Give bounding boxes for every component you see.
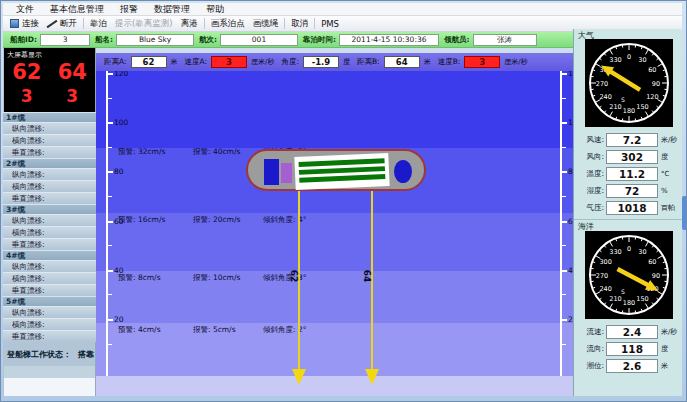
- svg-text:60: 60: [648, 258, 656, 266]
- info-field-value[interactable]: 2011-4-15 10:30:36: [339, 34, 439, 46]
- measure-line-b-label: 64: [362, 270, 372, 283]
- ruler-minor-tick: [108, 147, 112, 148]
- window-frame-accent: [682, 196, 687, 230]
- ruler-tick: [108, 171, 113, 173]
- weather-row-2: 温度:11.2°C: [574, 165, 682, 182]
- berthing-monitor-area: 距离A:62米速度A:3厘米/秒角度:-1.9度距离B:64米速度B:3厘米/秒…: [96, 48, 573, 396]
- info-field-label: 船舶ID:: [10, 35, 37, 45]
- toolbar-button-label: 取消: [291, 18, 308, 30]
- wind-direction-gauge: 0306090120150180210240270300330S: [585, 39, 673, 127]
- display-speed-b: 3: [66, 85, 78, 107]
- cable-row-3-2: 垂直漂移:: [3, 284, 96, 296]
- weather-unit-3: %: [661, 187, 668, 195]
- cable-row-4-1: 横向漂移:: [3, 318, 96, 330]
- ocean-row-0: 流速:2.4米/秒: [574, 323, 682, 340]
- menu-item-0[interactable]: 文件: [8, 3, 42, 15]
- menu-item-2[interactable]: 报警: [112, 3, 146, 15]
- measure-label-4: 速度B:: [438, 57, 461, 67]
- info-field-value[interactable]: 001: [220, 34, 298, 46]
- menu-bar: 文件基本信息管理报警数据管理帮助: [3, 3, 682, 16]
- toolbar-button-0[interactable]: 连接: [6, 17, 43, 31]
- ruler-minor-tick: [108, 196, 112, 197]
- cable-list: 1#缆纵向漂移:横向漂移:垂直漂移:2#缆纵向漂移:横向漂移:垂直漂移:3#缆纵…: [3, 112, 96, 342]
- ocean-label-2: 潮位:: [574, 361, 604, 371]
- toolbar-button-6[interactable]: 画缆绳: [249, 17, 283, 31]
- info-field-value[interactable]: 张涛: [473, 34, 537, 46]
- svg-text:270: 270: [596, 272, 608, 280]
- ocean-value-2: 2.6: [606, 359, 658, 373]
- svg-text:330: 330: [609, 56, 621, 64]
- menu-item-4[interactable]: 帮助: [198, 3, 232, 15]
- weather-unit-2: °C: [661, 170, 669, 178]
- cable-row-2-1: 横向漂移:: [3, 226, 96, 238]
- cable-group-header-4: 5#缆: [3, 296, 96, 306]
- toolbar-separator: [204, 18, 205, 29]
- toolbar-button-label: PMS: [321, 19, 339, 29]
- toolbar-button-label: 提示(靠离监测): [115, 18, 173, 30]
- cable-row-2-0: 纵向漂移:: [3, 214, 96, 226]
- weather-row-0: 风速:7.2米/秒: [574, 131, 682, 148]
- menu-item-1[interactable]: 基本信息管理: [42, 3, 112, 15]
- toolbar-separator: [284, 18, 285, 29]
- info-field-value[interactable]: 3: [40, 34, 90, 46]
- cable-group-header-0: 1#缆: [3, 112, 96, 122]
- measure-unit-1: 厘米/秒: [251, 57, 274, 67]
- cable-row-1-0: 纵向漂移:: [3, 168, 96, 180]
- weather-label-2: 温度:: [574, 169, 604, 179]
- gangway-status: 登船梯工作状态： 搭靠: [3, 344, 96, 364]
- ruler-tick: [562, 319, 567, 321]
- toolbar-button-label: 断开: [60, 18, 77, 30]
- ocean-label-0: 流速:: [574, 327, 604, 337]
- measure-label-1: 速度A:: [185, 57, 208, 67]
- measure-label-3: 距离B:: [357, 57, 380, 67]
- menu-item-3[interactable]: 数据管理: [146, 3, 198, 15]
- connect-icon: [10, 19, 19, 28]
- alarm-warn-text: 预警: 4cm/s: [118, 325, 193, 335]
- cable-row-0-2: 垂直漂移:: [3, 146, 96, 158]
- ruler-tick: [108, 319, 113, 321]
- ruler-minor-tick: [562, 196, 566, 197]
- svg-text:300: 300: [599, 258, 611, 266]
- info-field-label: 领航员:: [444, 35, 470, 45]
- cable-row-4-2: 垂直漂移:: [3, 330, 96, 342]
- weather-value-0: 7.2: [606, 133, 658, 147]
- measurement-bar: 距离A:62米速度A:3厘米/秒角度:-1.9度距离B:64米速度B:3厘米/秒: [96, 53, 573, 71]
- measure-value-3: 64: [384, 56, 420, 68]
- cable-row-4-0: 纵向漂移:: [3, 306, 96, 318]
- environment-panel: 大气 0306090120150180210240270300330S 风速:7…: [573, 29, 682, 396]
- svg-text:S: S: [621, 288, 625, 295]
- toolbar-button-label: 画系泊点: [211, 18, 245, 30]
- toolbar-button-5[interactable]: 画系泊点: [207, 17, 249, 31]
- info-field-2: 航次:001: [199, 34, 298, 46]
- ruler-tick: [562, 73, 567, 75]
- display-speed-a: 3: [21, 85, 33, 107]
- ruler-minor-tick: [108, 245, 112, 246]
- ruler-tick: [108, 221, 113, 223]
- info-field-label: 靠泊时间:: [303, 35, 336, 45]
- ocean-label-1: 流向:: [574, 344, 604, 354]
- weather-unit-0: 米/秒: [661, 135, 677, 145]
- window-content: 文件基本信息管理报警数据管理帮助 连接断开靠泊提示(靠离监测)离港画系泊点画缆绳…: [3, 3, 682, 396]
- sidebar-filler: [4, 378, 95, 396]
- measure-unit-4: 厘米/秒: [504, 57, 527, 67]
- info-field-0: 船舶ID:3: [10, 34, 90, 46]
- info-field-3: 靠泊时间:2011-4-15 10:30:36: [303, 34, 439, 46]
- toolbar-button-4[interactable]: 离港: [177, 17, 202, 31]
- toolbar-button-7[interactable]: 取消: [287, 17, 312, 31]
- toolbar-button-1[interactable]: 断开: [43, 17, 81, 31]
- ruler-tick: [108, 122, 113, 124]
- cable-row-3-0: 纵向漂移:: [3, 260, 96, 272]
- ship-deckhouse: [281, 163, 292, 183]
- weather-label-3: 湿度:: [574, 186, 604, 196]
- toolbar-button-3[interactable]: 提示(靠离监测): [111, 17, 177, 31]
- cable-row-1-2: 垂直漂移:: [3, 192, 96, 204]
- weather-value-2: 11.2: [606, 167, 658, 181]
- svg-text:S: S: [621, 96, 625, 103]
- ruler-tick-label: 80: [114, 167, 124, 176]
- sidebar-filler: [4, 366, 95, 378]
- info-field-value[interactable]: Blue Sky: [116, 34, 194, 46]
- ruler-minor-tick: [562, 245, 566, 246]
- toolbar-button-8[interactable]: PMS: [317, 18, 343, 30]
- svg-text:30: 30: [638, 56, 646, 64]
- toolbar-button-2[interactable]: 靠泊: [86, 17, 111, 31]
